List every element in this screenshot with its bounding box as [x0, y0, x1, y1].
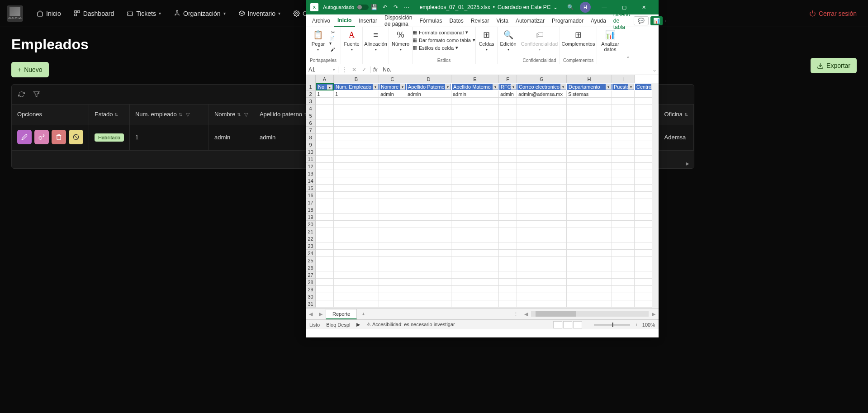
- grid-cell[interactable]: [567, 163, 612, 170]
- nav-inicio[interactable]: Inicio: [32, 7, 66, 20]
- grid-cell[interactable]: admin: [499, 90, 517, 98]
- grid-cell[interactable]: [406, 293, 451, 300]
- grid-cell[interactable]: [612, 163, 635, 170]
- grid-cell[interactable]: [612, 98, 635, 105]
- grid-cell[interactable]: [612, 235, 635, 242]
- grid-cell[interactable]: [612, 127, 635, 134]
- row-header[interactable]: 3: [306, 98, 316, 105]
- grid-cell[interactable]: [567, 127, 612, 134]
- grid-cell[interactable]: [316, 235, 334, 242]
- grid-cell[interactable]: [316, 257, 334, 264]
- zoom-in-button[interactable]: +: [635, 322, 637, 328]
- col-estado[interactable]: Estado⇅: [89, 104, 130, 124]
- grid-cell[interactable]: [406, 250, 451, 257]
- edit-button[interactable]: [17, 130, 32, 144]
- grid-cell[interactable]: [499, 163, 517, 170]
- grid-cell[interactable]: [499, 214, 517, 221]
- col-header[interactable]: I: [612, 75, 635, 83]
- col-header[interactable]: B: [334, 75, 379, 83]
- grid-cell[interactable]: [567, 192, 612, 199]
- grid-cell[interactable]: [612, 214, 635, 221]
- row-header[interactable]: 28: [306, 279, 316, 286]
- grid-cell[interactable]: [316, 264, 334, 271]
- grid-cell[interactable]: RFC▾: [499, 83, 517, 90]
- grid-cell[interactable]: [406, 228, 451, 235]
- grid-cell[interactable]: [499, 177, 517, 185]
- grid-cell[interactable]: [406, 185, 451, 192]
- scroll-right-icon[interactable]: ▶: [686, 161, 689, 166]
- row-header[interactable]: 30: [306, 293, 316, 300]
- row-header[interactable]: 11: [306, 156, 316, 163]
- grid-cell[interactable]: [451, 119, 499, 127]
- row-header[interactable]: 16: [306, 192, 316, 199]
- grid-cell[interactable]: [316, 163, 334, 170]
- grid-cell[interactable]: [334, 221, 379, 228]
- grid-cell[interactable]: [451, 163, 499, 170]
- grid-cell[interactable]: [567, 214, 612, 221]
- grid-cell[interactable]: admin: [406, 90, 451, 98]
- grid-cell[interactable]: [499, 300, 517, 308]
- grid-cell[interactable]: [499, 170, 517, 177]
- grid-cell[interactable]: [612, 221, 635, 228]
- tab-automatizar[interactable]: Automatizar: [512, 15, 548, 26]
- filter-icon[interactable]: ▽: [244, 112, 248, 117]
- row-header[interactable]: 4: [306, 105, 316, 112]
- grid-cell[interactable]: [517, 286, 567, 293]
- tab-formulas[interactable]: Fórmulas: [416, 15, 446, 26]
- row-header[interactable]: 12: [306, 163, 316, 170]
- grid-cell[interactable]: [567, 293, 612, 300]
- grid-cell[interactable]: [379, 156, 406, 163]
- refresh-icon[interactable]: [18, 91, 25, 98]
- grid-cell[interactable]: [612, 156, 635, 163]
- grid-cell[interactable]: [567, 156, 612, 163]
- grid-cell[interactable]: [316, 300, 334, 308]
- grid-cell[interactable]: [451, 271, 499, 279]
- grid-cell[interactable]: [612, 134, 635, 141]
- grid-cell[interactable]: [517, 271, 567, 279]
- grid-cell[interactable]: [517, 242, 567, 250]
- delete-button[interactable]: [52, 130, 66, 144]
- col-header[interactable]: G: [517, 75, 567, 83]
- grid-cell[interactable]: [379, 300, 406, 308]
- grid-cell[interactable]: [567, 185, 612, 192]
- grid-cell[interactable]: [406, 127, 451, 134]
- grid-cell[interactable]: [517, 163, 567, 170]
- grid-cell[interactable]: [499, 119, 517, 127]
- zoom-level[interactable]: 100%: [642, 322, 655, 328]
- view-button[interactable]: [34, 130, 49, 144]
- grid-cell[interactable]: [612, 199, 635, 206]
- grid-cell[interactable]: [612, 119, 635, 127]
- row-header[interactable]: 26: [306, 264, 316, 271]
- alineacion-button[interactable]: ≡ Alineación ▾: [362, 28, 389, 52]
- grid-cell[interactable]: [612, 206, 635, 214]
- grid-cell[interactable]: [316, 214, 334, 221]
- grid-cell[interactable]: [567, 300, 612, 308]
- grid-cell[interactable]: [379, 242, 406, 250]
- grid-cell[interactable]: [517, 134, 567, 141]
- name-box[interactable]: A1▾: [306, 66, 338, 73]
- grid-cell[interactable]: [379, 293, 406, 300]
- filter-dropdown-icon[interactable]: ▾: [606, 84, 611, 90]
- grid-cell[interactable]: [451, 242, 499, 250]
- grid-cell[interactable]: [406, 156, 451, 163]
- row-header[interactable]: 29: [306, 286, 316, 293]
- grid-cell[interactable]: [406, 206, 451, 214]
- grid-cell[interactable]: [517, 119, 567, 127]
- grid-cell[interactable]: [612, 90, 635, 98]
- col-header[interactable]: E: [451, 75, 499, 83]
- grid-cell[interactable]: 1: [316, 90, 334, 98]
- grid-cell[interactable]: [517, 112, 567, 119]
- col-oficina[interactable]: Oficina⇅: [659, 104, 693, 124]
- grid-cell[interactable]: [406, 148, 451, 156]
- celdas-button[interactable]: ⊞ Celdas ▾: [477, 28, 496, 52]
- row-header[interactable]: 31: [306, 300, 316, 308]
- grid-cell[interactable]: [499, 206, 517, 214]
- grid-cell[interactable]: [517, 177, 567, 185]
- sheet-options[interactable]: ⋮: [511, 311, 521, 317]
- grid-cell[interactable]: [316, 148, 334, 156]
- row-header[interactable]: 19: [306, 214, 316, 221]
- grid-cell[interactable]: [567, 206, 612, 214]
- row-header[interactable]: 7: [306, 127, 316, 134]
- qat-dropdown-icon[interactable]: ⋯: [403, 4, 410, 11]
- zoom-out-button[interactable]: −: [587, 322, 589, 328]
